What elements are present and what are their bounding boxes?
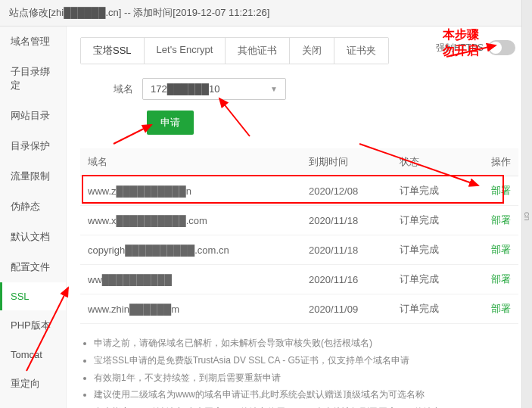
- force-https-area: 强制HTTPS: [436, 40, 515, 55]
- table-row: www.zhin██████m 2020/11/09 订单完成 部署: [80, 294, 518, 324]
- cell-domain: ww██████████: [80, 265, 301, 294]
- deploy-link[interactable]: 部署: [491, 185, 511, 196]
- content-panel: 宝塔SSL Let's Encrypt 其他证书 关闭 证书夹 强制HTTPS …: [67, 26, 532, 408]
- col-expiry: 到期时间: [301, 148, 392, 176]
- sidebar-item-redirect-beta[interactable]: 重定向(测试版): [0, 399, 66, 408]
- tab-cert-folder[interactable]: 证书夹: [334, 38, 388, 64]
- cell-status: 订单完成: [392, 206, 469, 235]
- domain-selected-value: 172██████10: [151, 83, 219, 95]
- apply-button[interactable]: 申请: [147, 111, 194, 135]
- sidebar-item-defaultdoc[interactable]: 默认文档: [0, 222, 66, 252]
- deploy-link[interactable]: 部署: [491, 273, 511, 285]
- right-strip: cn: [521, 0, 532, 408]
- cell-status: 订单完成: [392, 294, 469, 324]
- sidebar-item-redirect[interactable]: 重定向: [0, 369, 66, 399]
- sidebar-item-rewrite[interactable]: 伪静态: [0, 192, 66, 222]
- cell-expiry: 2020/12/08: [301, 176, 392, 206]
- right-strip-text: cn: [523, 212, 532, 221]
- sidebar-item-sitedir[interactable]: 网站目录: [0, 101, 66, 131]
- cell-expiry: 2020/11/16: [301, 265, 392, 294]
- domain-select[interactable]: 172██████10 ▼: [142, 78, 286, 100]
- tab-letsencrypt[interactable]: Let's Encrypt: [145, 38, 226, 64]
- cell-status: 订单完成: [392, 265, 469, 294]
- cell-expiry: 2020/11/18: [301, 206, 392, 235]
- tab-other-cert[interactable]: 其他证书: [226, 38, 290, 64]
- cert-table: 域名 到期时间 状态 操作 www.z██████████n 2020/12/0…: [80, 148, 518, 324]
- cell-domain: copyrigh██████████.com.cn: [80, 235, 301, 265]
- tab-baota-ssl[interactable]: 宝塔SSL: [81, 38, 145, 64]
- force-https-label: 强制HTTPS: [436, 42, 484, 55]
- cell-status: 订单完成: [392, 176, 469, 206]
- sidebar-item-traffic[interactable]: 流量限制: [0, 161, 66, 192]
- dialog-title: 站点修改[zhi██████.cn] -- 添加时间[2019-12-07 11…: [9, 7, 269, 18]
- sidebar-item-config[interactable]: 配置文件: [0, 252, 66, 282]
- force-https-toggle[interactable]: [488, 40, 515, 55]
- table-header-row: 域名 到期时间 状态 操作: [80, 148, 518, 176]
- sidebar: 域名管理 子目录绑定 网站目录 目录保护 流量限制 伪静态 默认文档 配置文件 …: [0, 26, 67, 408]
- note-item: 建议使用二级域名为www的域名申请证书,此时系统会默认赠送顶级域名为可选名称: [94, 386, 518, 403]
- cell-expiry: 2020/11/18: [301, 235, 392, 265]
- domain-label: 域名: [114, 83, 133, 96]
- table-row: copyrigh██████████.com.cn 2020/11/18 订单完…: [80, 235, 518, 265]
- tab-close[interactable]: 关闭: [290, 38, 334, 64]
- chevron-down-icon: ▼: [270, 85, 278, 93]
- notes-list: 申请之前，请确保域名已解析，如未解析会导致审核失败(包括根域名) 宝塔SSL申请…: [80, 335, 518, 408]
- note-item: 宝塔SSL申请的是免费版TrustAsia DV SSL CA - G5证书，仅…: [94, 352, 518, 369]
- deploy-link[interactable]: 部署: [491, 303, 511, 314]
- sidebar-item-tomcat[interactable]: Tomcat: [0, 341, 66, 369]
- cell-status: 订单完成: [392, 235, 469, 265]
- cell-domain: www.z██████████n: [80, 176, 301, 206]
- sidebar-item-ssl[interactable]: SSL: [0, 282, 66, 310]
- col-status: 状态: [392, 148, 469, 176]
- sidebar-item-subdir[interactable]: 子目录绑定: [0, 57, 66, 101]
- sidebar-item-domain[interactable]: 域名管理: [0, 26, 66, 57]
- cell-domain: www.x██████████.com: [80, 206, 301, 235]
- deploy-link[interactable]: 部署: [491, 214, 511, 226]
- sidebar-item-dirprotect[interactable]: 目录保护: [0, 131, 66, 161]
- note-item: 在未指定SSL默认站点时,未开启SSL的站点使用HTTPS会直接访问到已开启SS…: [94, 403, 518, 408]
- cell-domain: www.zhin██████m: [80, 294, 301, 324]
- main-area: 域名管理 子目录绑定 网站目录 目录保护 流量限制 伪静态 默认文档 配置文件 …: [0, 26, 532, 408]
- note-item: 申请之前，请确保域名已解析，如未解析会导致审核失败(包括根域名): [94, 335, 518, 352]
- col-action: 操作: [469, 148, 518, 176]
- domain-select-row: 域名 172██████10 ▼: [114, 78, 518, 100]
- ssl-tabs: 宝塔SSL Let's Encrypt 其他证书 关闭 证书夹: [80, 37, 389, 64]
- sidebar-item-php[interactable]: PHP版本: [0, 310, 66, 341]
- dialog-header: 站点修改[zhi██████.cn] -- 添加时间[2019-12-07 11…: [0, 0, 532, 26]
- table-row: www.z██████████n 2020/12/08 订单完成 部署: [80, 176, 518, 206]
- note-item: 有效期1年，不支持续签，到期后需要重新申请: [94, 369, 518, 387]
- col-domain: 域名: [80, 148, 301, 176]
- table-row: www.x██████████.com 2020/11/18 订单完成 部署: [80, 206, 518, 235]
- deploy-link[interactable]: 部署: [491, 244, 511, 255]
- table-row: ww██████████ 2020/11/16 订单完成 部署: [80, 265, 518, 294]
- cell-expiry: 2020/11/09: [301, 294, 392, 324]
